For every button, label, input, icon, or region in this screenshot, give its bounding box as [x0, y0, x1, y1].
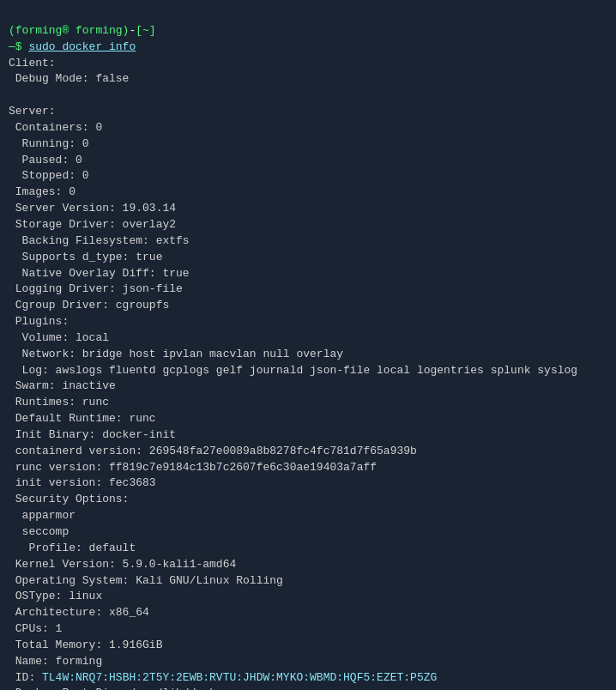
output-line: CPUs: 1 [9, 622, 62, 635]
output-line: Storage Driver: overlay2 [9, 218, 176, 231]
output-line: Network: bridge host ipvlan macvlan null… [9, 348, 343, 360]
output-line: Name: forming [9, 655, 102, 668]
output-line: Stopped: 0 [9, 169, 89, 182]
output-line: Profile: default [9, 542, 136, 554]
output-line: Native Overlay Diff: true [9, 267, 190, 280]
output-line: Server Version: 19.03.14 [9, 202, 176, 215]
output-id-line: ID: TL4W:NRQ7:HSBH:2T5Y:2EWB:RVTU:JHDW:M… [9, 671, 437, 684]
output-line: Backing Filesystem: extfs [9, 234, 190, 247]
docker-id: TL4W:NRQ7:HSBH:2T5Y:2EWB:RVTU:JHDW:MYKO:… [42, 671, 437, 684]
output-line: Kernel Version: 5.9.0-kali1-amd64 [9, 558, 236, 571]
output-line: Architecture: x86_64 [9, 606, 149, 619]
prompt-user: (forming® forming) [9, 24, 129, 37]
output-line: Log: awslogs fluentd gcplogs gelf journa… [9, 364, 577, 377]
output-line: Plugins: [9, 315, 69, 328]
output-line: Security Options: [9, 493, 129, 505]
output-line: Paused: 0 [9, 154, 82, 166]
output-line: Default Runtime: runc [9, 412, 156, 425]
output-line: seccomp [9, 525, 69, 538]
output-line: containerd version: 269548fa27e0089a8b82… [9, 445, 417, 457]
output-line: Logging Driver: json-file [9, 282, 183, 295]
output-line: Containers: 0 [9, 121, 102, 134]
output-line: Total Memory: 1.916GiB [9, 639, 162, 651]
output-line: Cgroup Driver: cgroupfs [9, 299, 169, 312]
output-line: Runtimes: runc [9, 396, 109, 409]
output-line: Client: [9, 57, 56, 70]
output-line: Supports d_type: true [9, 251, 162, 263]
output-line: Docker Root Dir: /var/lib/docker [9, 687, 229, 690]
output-line: Images: 0 [9, 185, 75, 198]
prompt-dir: [~] [136, 24, 155, 37]
output-line: Operating System: Kali GNU/Linux Rolling [9, 574, 283, 587]
output-line: Server: [9, 105, 56, 118]
output-line: Debug Mode: false [9, 72, 129, 85]
prompt-arrow: —$ [9, 40, 28, 53]
output-line: Running: 0 [9, 137, 89, 150]
output-line: Volume: local [9, 331, 109, 344]
output-line: runc version: ff819c7e9184c13b7c2607fe6c… [9, 461, 377, 474]
output-line: Init Binary: docker-init [9, 428, 176, 441]
output-line: init version: fec3683 [9, 476, 156, 489]
output-line: Swarm: inactive [9, 379, 116, 392]
terminal: (forming® forming)-[~] —$ sudo docker in… [9, 7, 607, 690]
output-line: OSType: linux [9, 590, 102, 602]
output-line: apparmor [9, 509, 75, 522]
prompt-command: sudo docker info [28, 40, 136, 53]
prompt-line: (forming® forming)-[~] —$ sudo docker in… [9, 24, 156, 53]
